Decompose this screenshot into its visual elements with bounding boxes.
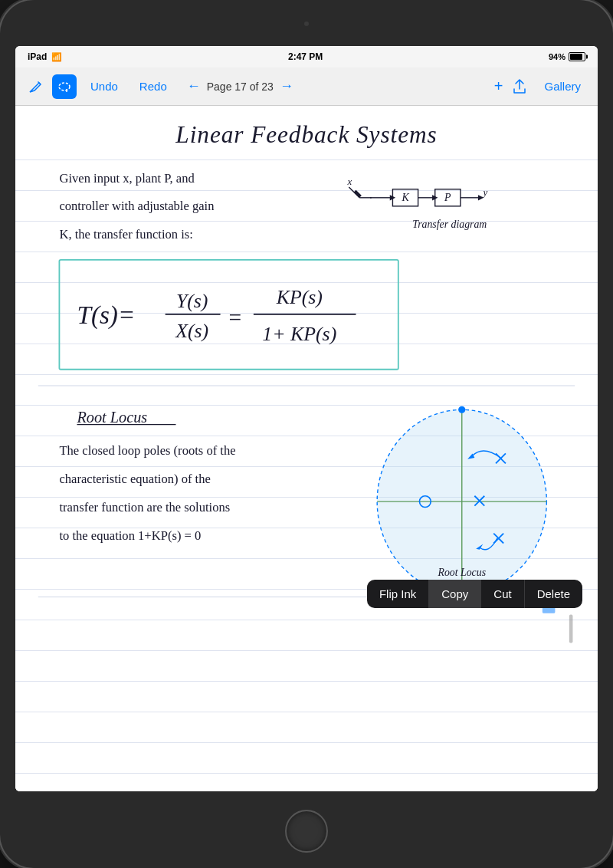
undo-button[interactable]: Undo — [83, 77, 126, 96]
next-page-button[interactable]: → — [277, 78, 297, 94]
add-button[interactable]: + — [494, 77, 503, 95]
status-bar: iPad 📶 2:47 PM 94% — [15, 46, 598, 67]
rl-line1: The closed loop poles (roots of the — [59, 443, 235, 458]
battery-fill — [570, 54, 582, 60]
rl-line3: transfer function are the solutions — [59, 500, 230, 515]
status-right: 94% — [549, 52, 585, 61]
formula-kps-den: 1+ KP(s) — [262, 323, 336, 345]
home-button[interactable] — [285, 810, 328, 853]
diagram-x-label: x — [346, 176, 352, 187]
svg-point-18 — [458, 406, 465, 413]
root-locus-diagram-label: Root Locus — [437, 567, 486, 578]
battery-percent: 94% — [549, 52, 565, 61]
toolbar-right: + Gallery — [494, 77, 588, 96]
body-line3: K, the transfer function is: — [59, 227, 192, 242]
pen-tool-button[interactable] — [25, 76, 46, 97]
ipad-frame: iPad 📶 2:47 PM 94% — [0, 0, 613, 868]
lasso-icon — [57, 79, 72, 94]
svg-point-0 — [59, 83, 70, 90]
delete-button[interactable]: Delete — [525, 580, 582, 608]
time-display: 2:47 PM — [288, 51, 323, 62]
content-area: Linear Feedback Systems Given input x, p… — [15, 106, 598, 791]
svg-rect-32 — [569, 615, 573, 643]
gallery-button[interactable]: Gallery — [536, 77, 588, 96]
status-left: iPad 📶 — [28, 51, 62, 62]
root-locus-heading: Root Locus — [76, 409, 147, 426]
wifi-icon: 📶 — [51, 52, 62, 62]
rl-line4: to the equation 1+KP(s) = 0 — [59, 528, 201, 543]
ipad-screen: iPad 📶 2:47 PM 94% — [15, 46, 598, 791]
formula-equals: = — [229, 305, 242, 330]
toolbar: Undo Redo ← Page 17 of 23 → + Gallery — [15, 67, 598, 106]
rl-line2: characteristic equation) of the — [59, 472, 210, 486]
formula-t: T(s)= — [77, 301, 135, 330]
ipad-label: iPad — [28, 51, 47, 62]
transfer-diagram-label: Transfer diagram — [412, 219, 487, 230]
share-button[interactable] — [512, 78, 527, 95]
formula-kps-num: KP(s) — [276, 286, 323, 308]
share-icon — [512, 78, 527, 95]
body-line2: controller with adjustable gain — [59, 199, 215, 213]
formula-xs: X(s) — [175, 320, 208, 342]
diagram-y-label: y — [481, 187, 487, 198]
diagram-k-label: K — [401, 192, 409, 203]
page-info: Page 17 of 23 — [207, 81, 274, 93]
context-menu: Flip Ink Copy Cut Delete — [367, 580, 582, 608]
handwriting-layer: Linear Feedback Systems Given input x, p… — [15, 106, 598, 791]
diagram-p-label: P — [444, 192, 451, 203]
redo-button[interactable]: Redo — [132, 77, 175, 96]
page-title-text: Linear Feedback Systems — [175, 121, 437, 148]
formula-ys: Y(s) — [176, 290, 208, 312]
pen-icon — [28, 79, 43, 94]
body-line1: Given input x, plant P, and — [59, 171, 195, 186]
prev-page-button[interactable]: ← — [184, 78, 204, 94]
page-nav: ← Page 17 of 23 → — [184, 78, 297, 94]
flip-ink-button[interactable]: Flip Ink — [367, 580, 429, 608]
notebook-page[interactable]: Linear Feedback Systems Given input x, p… — [15, 106, 598, 791]
copy-button[interactable]: Copy — [429, 580, 481, 608]
cut-button[interactable]: Cut — [481, 580, 524, 608]
lasso-tool-button[interactable] — [52, 74, 77, 99]
front-camera — [304, 21, 309, 26]
battery-icon — [569, 52, 585, 61]
